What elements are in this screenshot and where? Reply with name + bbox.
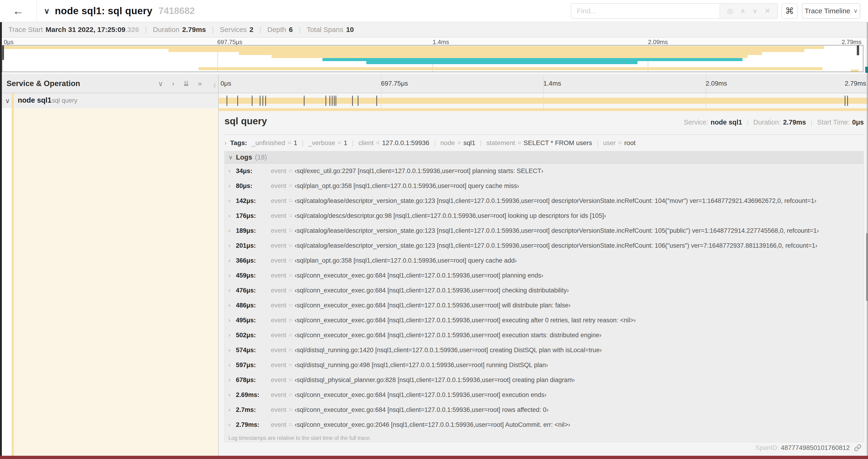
- minimap-tick-label: 0μs: [4, 38, 13, 46]
- expand-all-icon[interactable]: »: [198, 79, 202, 88]
- minimap-drag-handle-left[interactable]: [2, 45, 4, 60]
- log-expand-chevron-icon[interactable]: ›: [228, 362, 236, 368]
- span-row-name-column[interactable]: ∨ node sql1 sql query: [0, 93, 219, 108]
- collapse-one-icon[interactable]: ∨: [158, 79, 163, 88]
- span-collapse-chevron-icon[interactable]: ∨: [5, 97, 10, 105]
- meta-separator: |: [811, 119, 812, 126]
- log-field-name: event: [271, 332, 286, 339]
- log-equals: =: [289, 287, 292, 294]
- log-timestamp: 2.7ms:: [236, 406, 271, 414]
- minimap-span-bar: [198, 67, 823, 70]
- minimap-drag-handle-right[interactable]: [857, 45, 859, 55]
- log-expand-chevron-icon[interactable]: ›: [228, 406, 236, 413]
- logs-count: (18): [255, 154, 267, 161]
- log-marker-tick: [376, 96, 377, 106]
- minimap-canvas[interactable]: [2, 45, 863, 72]
- link-icon[interactable]: [854, 444, 862, 452]
- log-value: ‹sql/conn_executor_exec.go:684 [nsql1,cl…: [295, 406, 549, 414]
- scrollbar-thumb[interactable]: [866, 233, 868, 301]
- info-label: Services: [220, 26, 247, 34]
- log-row[interactable]: ›2.79ms:event=‹sql/conn_executor_exec.go…: [225, 417, 864, 432]
- span-row[interactable]: ∨ node sql1 sql query: [0, 93, 868, 108]
- log-expand-chevron-icon[interactable]: ›: [228, 257, 236, 264]
- timeline-tick-label: 1.4ms: [544, 80, 561, 87]
- collapse-all-icon[interactable]: ⇊: [183, 79, 189, 88]
- log-expand-chevron-icon[interactable]: ›: [228, 332, 236, 338]
- find-input[interactable]: [571, 4, 720, 18]
- tag-value: root: [624, 139, 636, 147]
- span-row-timeline[interactable]: [219, 93, 868, 108]
- meta-separator: |: [747, 119, 749, 126]
- log-row[interactable]: ›2.69ms:event=‹sql/conn_executor_exec.go…: [225, 387, 864, 402]
- log-marker-tick: [352, 96, 353, 106]
- log-row[interactable]: ›176μs:event=‹sql/catalog/descs/descript…: [225, 208, 864, 223]
- log-equals: =: [289, 362, 292, 369]
- log-marker-tick: [332, 96, 333, 106]
- log-expand-chevron-icon[interactable]: ›: [228, 183, 236, 189]
- log-row[interactable]: ›201μs:event=‹sql/catalog/lease/descript…: [225, 238, 864, 253]
- log-row[interactable]: ›476μs:event=‹sql/conn_executor_exec.go:…: [225, 283, 864, 298]
- back-arrow-icon: ←: [12, 5, 24, 17]
- tag-value: SELECT * FROM users: [524, 139, 592, 147]
- timeline-column-header: Service & Operation ∨ › ⇊ » ‖ 0μs697.75μ…: [0, 74, 868, 93]
- timeline-tick-label: 0μs: [220, 80, 231, 87]
- span-duration-bar[interactable]: [219, 98, 868, 104]
- log-expand-chevron-icon[interactable]: ›: [228, 198, 236, 204]
- trace-summary-bar: Trace StartMarch 31 2022, 17:25:09.326|D…: [0, 22, 868, 38]
- minimap-tick-label: 697.75μs: [217, 38, 242, 46]
- log-expand-chevron-icon[interactable]: ›: [228, 272, 236, 279]
- log-marker-tick: [262, 96, 263, 106]
- log-expand-chevron-icon[interactable]: ›: [228, 168, 236, 174]
- info-label: Depth: [268, 26, 286, 34]
- trace-view-selector[interactable]: Trace Timeline ∨: [802, 3, 860, 19]
- log-expand-chevron-icon[interactable]: ›: [228, 242, 236, 249]
- log-marker-tick: [226, 96, 227, 106]
- tags-expand-chevron-icon[interactable]: ›: [224, 140, 226, 146]
- tag-equals: =: [518, 139, 521, 147]
- log-row[interactable]: ›678μs:event=‹sql/distsql_physical_plann…: [225, 372, 864, 387]
- log-expand-chevron-icon[interactable]: ›: [228, 212, 236, 219]
- log-row[interactable]: ›142μs:event=‹sql/catalog/lease/descript…: [225, 193, 864, 208]
- prev-match-icon[interactable]: ∧: [740, 7, 745, 14]
- minimap-span-bar: [366, 61, 638, 64]
- log-row[interactable]: ›486μs:event=‹sql/conn_executor_exec.go:…: [225, 298, 864, 313]
- log-expand-chevron-icon[interactable]: ›: [228, 302, 236, 308]
- logs-collapse-chevron-icon: ∨: [228, 154, 232, 161]
- collapse-chevron-icon[interactable]: ∨: [44, 6, 50, 15]
- log-expand-chevron-icon[interactable]: ›: [228, 317, 236, 324]
- info-separator: |: [145, 26, 147, 34]
- log-expand-chevron-icon[interactable]: ›: [228, 392, 236, 398]
- log-row[interactable]: ›366μs:event=‹sql/plan_opt.go:358 [nsql1…: [225, 253, 864, 268]
- span-detail-panel: sql query Service:node sql1|Duration:2.7…: [219, 108, 868, 459]
- log-row[interactable]: ›502μs:event=‹sql/conn_executor_exec.go:…: [225, 328, 864, 342]
- log-timestamp: 2.79ms:: [236, 421, 271, 428]
- log-timestamp: 486μs:: [236, 302, 271, 309]
- log-value: ‹sql/conn_executor_exec.go:684 [nsql1,cl…: [295, 287, 569, 294]
- log-timestamp: 495μs:: [236, 317, 271, 324]
- log-row[interactable]: ›80μs:event=‹sql/plan_opt.go:358 [nsql1,…: [225, 178, 864, 193]
- back-button[interactable]: ←: [0, 0, 37, 22]
- log-expand-chevron-icon[interactable]: ›: [228, 287, 236, 294]
- log-row[interactable]: ›189μs:event=‹sql/catalog/lease/descript…: [225, 223, 864, 238]
- log-row[interactable]: ›2.7ms:event=‹sql/conn_executor_exec.go:…: [225, 402, 864, 417]
- log-row[interactable]: ›459μs:event=‹sql/conn_executor_exec.go:…: [225, 268, 864, 283]
- keyboard-shortcuts-button[interactable]: ⌘: [782, 3, 798, 19]
- clear-find-icon[interactable]: ✕: [765, 7, 771, 14]
- column-resize-grip[interactable]: ‖: [213, 82, 216, 89]
- locate-icon[interactable]: ◎: [727, 7, 733, 14]
- log-expand-chevron-icon[interactable]: ›: [228, 377, 236, 383]
- log-expand-chevron-icon[interactable]: ›: [228, 227, 236, 234]
- log-row[interactable]: ›495μs:event=‹sql/conn_executor_exec.go:…: [225, 313, 864, 328]
- tags-row[interactable]: › Tags: _unfinished=1|_verbose=1|client=…: [224, 138, 864, 148]
- log-row[interactable]: ›597μs:event=‹sql/distsql_running.go:498…: [225, 358, 864, 372]
- log-timestamp: 142μs:: [236, 197, 271, 204]
- log-expand-chevron-icon[interactable]: ›: [228, 347, 236, 353]
- tag-key: node: [440, 139, 455, 147]
- expand-one-icon[interactable]: ›: [172, 79, 174, 88]
- info-value-suffix: .326: [125, 26, 139, 34]
- log-row[interactable]: ›574μs:event=‹sql/distsql_running.go:142…: [225, 342, 864, 358]
- next-match-icon[interactable]: ∨: [752, 7, 757, 14]
- log-row[interactable]: ›34μs:event=‹sql/exec_util.go:2297 [nsql…: [225, 163, 864, 178]
- logs-header[interactable]: ∨ Logs (18): [225, 151, 864, 163]
- log-expand-chevron-icon[interactable]: ›: [228, 421, 236, 428]
